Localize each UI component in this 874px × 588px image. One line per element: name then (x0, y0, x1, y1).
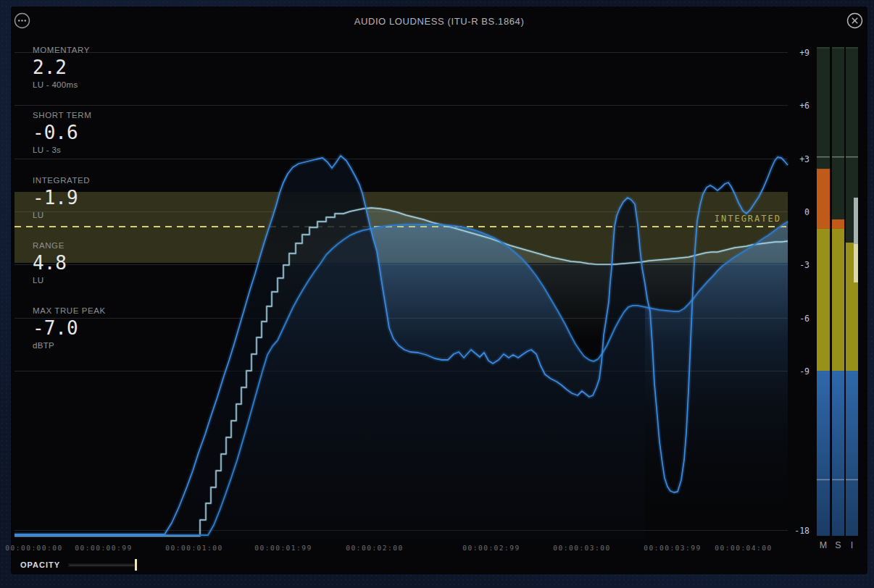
metric-label: RANGE (33, 241, 67, 250)
metric-label: MAX TRUE PEAK (33, 306, 106, 315)
metric-value: -0.6 (33, 122, 91, 143)
metric-integrated: INTEGRATED -1.9 LU (33, 176, 90, 219)
plugin-window (12, 7, 867, 574)
ellipsis-icon (14, 12, 30, 29)
close-icon (846, 12, 863, 29)
metric-value: -1.9 (33, 187, 90, 209)
metric-range: RANGE 4.8 LU (33, 241, 67, 285)
metric-value: 2.2 (33, 56, 90, 78)
opacity-label: OPACITY (20, 560, 60, 569)
metric-unit: dBTP (33, 341, 106, 350)
metric-unit: LU (33, 211, 90, 219)
opacity-slider-track[interactable] (67, 563, 136, 568)
metric-label: SHORT TERM (33, 111, 91, 119)
title-bar: AUDIO LOUDNESS (ITU-R BS.1864) (12, 7, 867, 39)
metric-label: MOMENTARY (33, 46, 90, 54)
metric-unit: LU - 3s (33, 146, 91, 154)
metric-value: -7.0 (33, 317, 106, 339)
metric-max-true-peak: MAX TRUE PEAK -7.0 dBTP (33, 306, 106, 350)
menu-button[interactable] (14, 12, 30, 29)
close-button[interactable] (846, 12, 863, 29)
metric-momentary: MOMENTARY 2.2 LU - 400ms (33, 46, 90, 89)
window-title: AUDIO LOUDNESS (ITU-R BS.1864) (354, 16, 525, 27)
opacity-control: OPACITY (20, 560, 136, 569)
metric-short-term: SHORT TERM -0.6 LU - 3s (33, 111, 91, 154)
metric-label: INTEGRATED (33, 176, 90, 185)
metric-unit: LU (33, 276, 67, 285)
metric-unit: LU - 400ms (33, 80, 90, 89)
opacity-slider-handle[interactable] (135, 559, 137, 571)
metric-value: 4.8 (33, 252, 67, 274)
